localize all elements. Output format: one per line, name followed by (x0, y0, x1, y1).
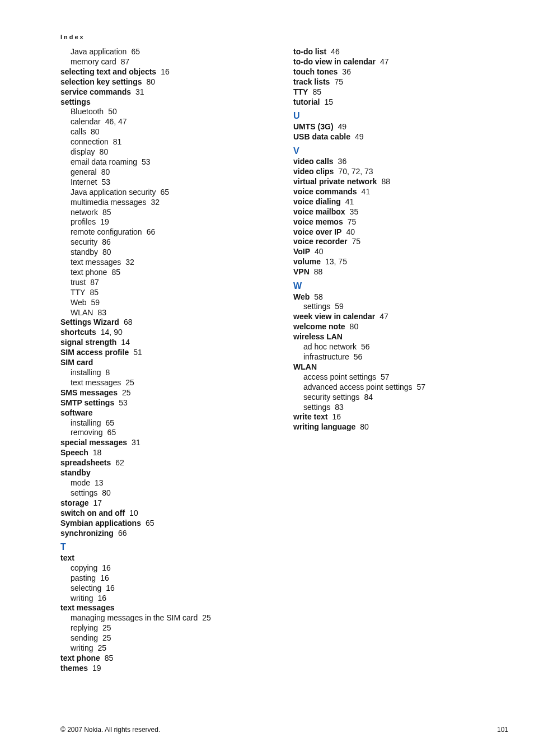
index-subentry: writing16 (71, 594, 273, 604)
index-entry: Web58 (293, 292, 506, 302)
index-pages: 16 (97, 594, 106, 603)
index-term: to-do view in calendar (293, 57, 376, 66)
index-pages: 32 (151, 198, 160, 207)
index-term: switch on and off (60, 508, 125, 517)
index-entry: themes19 (60, 664, 273, 674)
index-pages: 47 (380, 57, 389, 66)
index-pages: 50 (108, 107, 117, 116)
index-column-left: Java application65memory card87selecting… (60, 47, 273, 674)
index-term: selecting (71, 584, 101, 592)
index-term: WLAN (71, 308, 93, 317)
index-entry: shortcuts14, 90 (60, 328, 273, 338)
index-entry: USB data cable49 (293, 132, 506, 142)
index-pages: 25 (122, 388, 131, 397)
index-pages: 49 (355, 132, 364, 141)
running-head: Index (60, 34, 534, 40)
index-subentry: Bluetooth50 (71, 107, 273, 117)
index-term: security (71, 237, 97, 246)
index-subentry: infrastructure56 (303, 352, 506, 362)
index-pages: 25 (202, 613, 211, 622)
index-pages: 75 (334, 77, 343, 86)
index-entry: week view in calendar47 (293, 312, 506, 322)
index-entry: SMTP settings53 (60, 398, 273, 408)
index-pages: 46 (331, 47, 340, 56)
index-pages: 83 (335, 403, 344, 412)
index-entry: voice dialing41 (293, 197, 506, 207)
index-subentry: installing65 (71, 418, 273, 428)
index-pages: 80 (360, 422, 369, 431)
index-pages: 19 (92, 664, 101, 673)
index-pages: 80 (350, 322, 359, 331)
index-pages: 85 (312, 87, 321, 96)
index-entry: selecting text and objects16 (60, 67, 273, 77)
index-pages: 17 (93, 498, 102, 507)
index-term: general (71, 167, 97, 176)
index-term: storage (60, 498, 89, 507)
index-entry: to-do view in calendar47 (293, 57, 506, 67)
index-subentry: text messages25 (71, 378, 273, 388)
index-term: software (60, 408, 93, 417)
index-entry: writing language80 (293, 422, 506, 432)
index-pages: 10 (129, 508, 138, 517)
index-term: tutorial (293, 97, 320, 106)
index-columns: Java application65memory card87selecting… (60, 47, 534, 674)
index-pages: 70, 72, 73 (338, 167, 373, 176)
index-pages: 31 (132, 438, 140, 447)
index-pages: 25 (125, 378, 134, 387)
index-entry: video calls36 (293, 157, 506, 167)
index-subentry: Web59 (71, 298, 273, 308)
index-term: video clips (293, 167, 334, 176)
index-term: network (71, 208, 98, 217)
index-term: signal strength (60, 338, 116, 347)
index-section-head: W (293, 281, 506, 292)
index-pages: 14, 90 (101, 328, 123, 337)
index-term: voice over IP (293, 227, 341, 236)
index-pages: 57 (417, 382, 426, 391)
index-term: VoIP (293, 247, 310, 256)
index-term: voice dialing (293, 197, 341, 206)
index-pages: 65 (105, 418, 114, 427)
index-subentry: remote configuration66 (71, 227, 273, 237)
index-pages: 16 (161, 67, 170, 76)
index-pages: 40 (346, 227, 355, 236)
index-pages: 56 (361, 342, 370, 351)
index-entry: Speech18 (60, 448, 273, 458)
index-pages: 85 (90, 288, 99, 297)
index-pages: 53 (142, 157, 151, 166)
footer-page-number: 101 (475, 726, 508, 734)
index-entry: volume13, 75 (293, 257, 506, 267)
index-term: video calls (293, 157, 334, 166)
index-entry: settings (60, 97, 273, 108)
index-entry: SIM access profile51 (60, 348, 273, 358)
index-pages: 66 (147, 227, 156, 236)
index-entry: voice mailbox35 (293, 207, 506, 217)
footer-copyright: © 2007 Nokia. All rights reserved. (60, 726, 475, 734)
index-term: settings (60, 97, 91, 106)
index-term: TTY (71, 288, 85, 297)
index-term: touch tones (293, 67, 338, 76)
index-subentry: multimedia messages32 (71, 198, 273, 208)
index-term: installing (71, 368, 101, 377)
index-pages: 85 (105, 654, 114, 662)
index-subentry: WLAN83 (71, 308, 273, 318)
page: Index Java application65memory card87sel… (0, 0, 534, 756)
index-pages: 8 (105, 368, 110, 377)
index-entry: selection key settings80 (60, 77, 273, 87)
index-entry: synchronizing66 (60, 529, 273, 539)
index-pages: 65 (131, 47, 140, 56)
index-term: trust (71, 278, 86, 287)
index-term: sending (71, 633, 98, 642)
index-term: WLAN (293, 362, 317, 371)
index-subentry: Internet53 (71, 178, 273, 188)
index-entry: UMTS (3G)49 (293, 122, 506, 132)
index-subentry: ad hoc network56 (303, 342, 506, 352)
footer: © 2007 Nokia. All rights reserved. 101 (60, 726, 508, 734)
index-subentry: access point settings57 (303, 372, 506, 382)
index-entry: voice memos75 (293, 217, 506, 227)
index-term: voice memos (293, 217, 343, 226)
index-term: settings (303, 403, 330, 412)
index-entry: voice commands41 (293, 187, 506, 197)
index-subentry: network85 (71, 208, 273, 218)
index-subentry: replying25 (71, 623, 273, 633)
index-pages: 62 (115, 458, 124, 467)
